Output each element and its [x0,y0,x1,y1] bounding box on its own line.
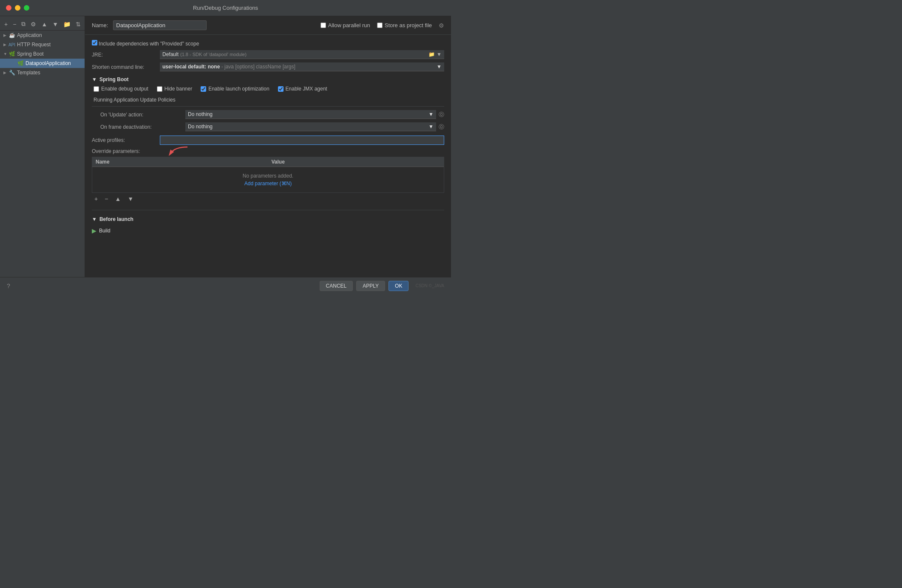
cmd-dropdown-icon: ▼ [437,64,442,70]
on-update-value: Do nothing [188,111,213,117]
on-update-row: On 'Update' action: Do nothing ▼ ⓪ [92,110,444,119]
add-param-link[interactable]: Add parameter (⌘N) [244,181,292,187]
apply-button[interactable]: APPLY [356,281,385,291]
application-icon: ☕ [9,32,15,39]
sidebar-item-label: HTTP Request [17,42,51,48]
jre-buttons: 📁 ▼ [428,51,442,57]
on-frame-row: On frame deactivation: Do nothing ▼ ⓪ [92,122,444,131]
minimize-button[interactable] [15,5,20,11]
jre-folder-button[interactable]: 📁 [428,51,435,57]
help-circle-icon[interactable]: ⓪ [439,111,444,119]
sort-button[interactable]: ⇅ [74,20,82,28]
add-param-button[interactable]: + [92,195,100,203]
hide-banner-label[interactable]: Hide banner [157,86,192,92]
before-launch-section: ▼ Before launch ▶ Build [92,210,444,236]
config-header: Name: Allow parallel run Store as projec… [85,16,451,35]
jmx-checkbox[interactable] [278,86,284,92]
spring-boot-checkboxes: Enable debug output Hide banner Enable l… [92,86,444,92]
close-button[interactable] [6,5,11,11]
on-frame-label: On frame deactivation: [100,124,185,130]
include-deps-row: Include dependencies with "Provided" sco… [92,40,444,47]
divider [92,106,444,107]
active-profiles-row: Active profiles: [92,136,444,145]
jre-dropdown-button[interactable]: ▼ [437,51,442,57]
allow-parallel-label[interactable]: Allow parallel run [321,22,370,28]
name-label: Name: [92,22,108,28]
active-profiles-input[interactable] [160,136,444,145]
build-row: ▶ Build [92,226,444,236]
debug-output-checkbox[interactable] [94,86,99,92]
no-params-text: No parameters added. [243,173,293,179]
launch-opt-checkbox[interactable] [201,86,206,92]
config-content: Name: Allow parallel run Store as projec… [85,16,451,277]
jre-sdk-detail: (1.8 - SDK of 'datapool' module) [180,52,247,57]
add-config-button[interactable]: + [3,20,9,28]
folder-button[interactable]: 📁 [62,20,72,28]
bottom-bar: ? CANCEL APPLY OK CSDN ©_JAVA [0,277,451,294]
cmd-value: user-local default: none [162,64,220,70]
sidebar-toolbar: + − ⧉ ⚙ ▲ ▼ 📁 ⇅ [0,18,85,31]
sidebar-item-label: DatapoolApplication [26,60,71,66]
before-launch-header[interactable]: ▼ Before launch [92,216,444,222]
on-update-label: On 'Update' action: [100,112,185,118]
launch-opt-label[interactable]: Enable launch optimization [201,86,269,92]
override-params-label: Override parameters: [92,148,444,154]
override-params-section: Override parameters: Name Value No param… [92,148,444,205]
build-label: Build [99,228,111,234]
name-input[interactable] [113,20,207,30]
store-as-project-label[interactable]: Store as project file [377,22,432,28]
on-frame-value: Do nothing [188,124,213,130]
templates-icon: 🔧 [9,69,15,76]
maximize-button[interactable] [24,5,29,11]
cmd-select[interactable]: user-local default: none - java [options… [160,62,444,71]
http-icon: API [9,41,15,48]
jre-value[interactable]: Default (1.8 - SDK of 'datapool' module)… [160,50,444,59]
build-icon: ▶ [92,227,96,234]
move-down-button[interactable]: ▼ [125,195,136,203]
debug-output-label[interactable]: Enable debug output [94,86,148,92]
ok-button[interactable]: OK [389,281,408,291]
copy-config-button[interactable]: ⧉ [20,20,27,28]
spring-boot-section-header[interactable]: ▼ Spring Boot [92,76,444,82]
sidebar-item-templates[interactable]: ▶ 🔧 Templates [0,68,85,77]
sidebar-item-spring-boot[interactable]: ▼ 🌿 Spring Boot [0,49,85,59]
remove-param-button[interactable]: − [102,195,111,203]
sidebar-item-http-request[interactable]: ▶ API HTTP Request [0,40,85,49]
help-circle-icon-2[interactable]: ⓪ [439,123,444,131]
down-button[interactable]: ▼ [51,20,60,28]
cancel-button[interactable]: CANCEL [320,281,353,291]
jre-default: Default [162,51,179,57]
config-body: Include dependencies with "Provided" sco… [85,35,451,277]
window-controls [6,5,29,11]
sidebar-item-label: Application [17,32,42,38]
settings-button[interactable]: ⚙ [29,20,38,28]
include-deps-checkbox[interactable] [92,40,97,45]
allow-parallel-checkbox[interactable] [321,23,326,28]
on-update-select[interactable]: Do nothing ▼ [185,110,436,119]
watermark: CSDN ©_JAVA [415,283,444,288]
arrow-icon: ▶ [3,71,9,75]
remove-config-button[interactable]: − [11,20,18,28]
running-policies-title: Running Application Update Policies [92,97,444,103]
hide-banner-checkbox[interactable] [157,86,162,92]
spring-boot-section-label: Spring Boot [99,76,129,82]
store-as-project-checkbox[interactable] [377,23,383,28]
help-button[interactable]: ? [7,283,10,289]
jmx-label[interactable]: Enable JMX agent [278,86,327,92]
up-button[interactable]: ▲ [40,20,49,28]
sidebar-item-application[interactable]: ▶ ☕ Application [0,31,85,40]
sidebar-item-datapool-app[interactable]: 🌿 DatapoolApplication [0,59,85,68]
sidebar: + − ⧉ ⚙ ▲ ▼ 📁 ⇅ ▶ ☕ Application ▶ API HT… [0,16,85,277]
gear-icon[interactable]: ⚙ [439,22,444,29]
arrow-icon: ▶ [3,42,9,47]
table-toolbar: + − ▲ ▼ [92,193,444,205]
before-launch-arrow-icon: ▼ [92,216,97,222]
header-right: Allow parallel run Store as project file… [321,22,444,29]
collapse-arrow-icon: ▼ [92,76,97,82]
title-bar: Run/Debug Configurations [0,0,451,16]
col-value: Value [268,157,444,167]
sidebar-item-label: Templates [17,70,40,76]
on-frame-select[interactable]: Do nothing ▼ [185,122,436,131]
jre-label: JRE: [92,52,160,58]
move-up-button[interactable]: ▲ [112,195,123,203]
